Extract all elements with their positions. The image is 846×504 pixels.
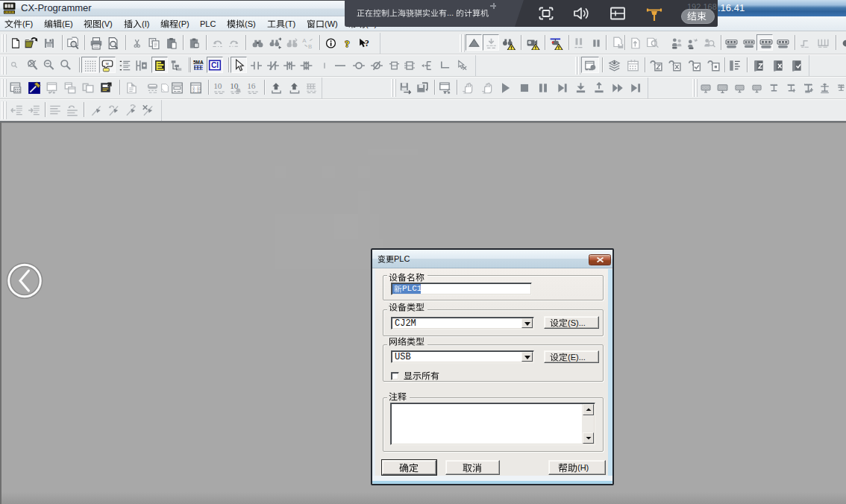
svg-text:?: ? — [365, 39, 369, 48]
svg-text:?: ? — [345, 38, 350, 49]
svg-text:16: 16 — [247, 81, 256, 90]
svg-text:10: 10 — [213, 81, 222, 90]
svg-text:0.02: 0.02 — [192, 89, 201, 94]
svg-text:CI: CI — [211, 61, 219, 69]
svg-text:B: B — [308, 43, 312, 50]
svg-text:A: A — [302, 37, 307, 44]
svg-text:5MA: 5MA — [193, 60, 204, 65]
